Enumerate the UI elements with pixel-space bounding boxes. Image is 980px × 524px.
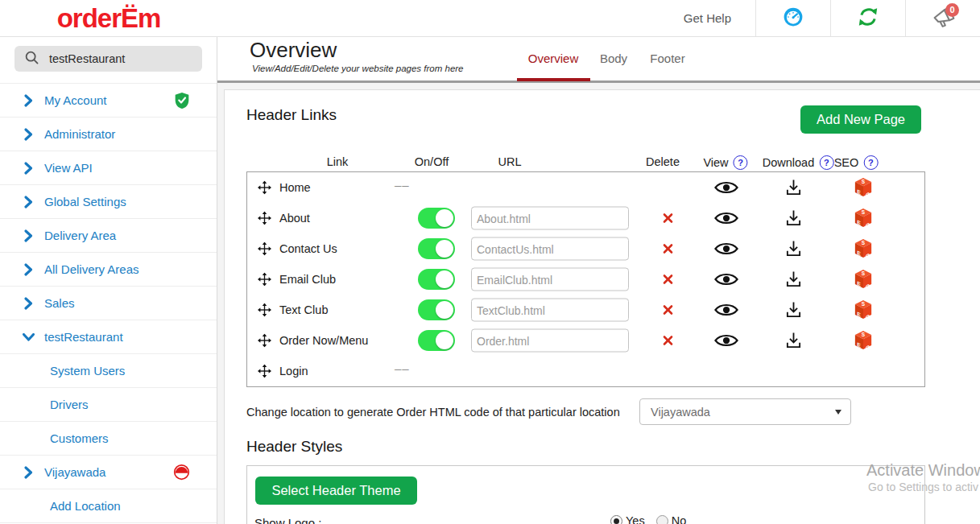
sidebar-item-label: Administrator [44,127,115,141]
seo-cube-icon[interactable]: SEO [854,269,873,290]
delete-icon[interactable] [663,213,673,224]
download-icon[interactable] [785,240,802,258]
svg-text:S: S [862,179,866,184]
help-icon[interactable]: ? [734,155,748,170]
get-help-link[interactable]: Get Help [676,0,755,36]
svg-text:O: O [866,282,870,290]
move-icon[interactable] [258,365,271,378]
column-header-on-off: On/Off [415,155,449,168]
delete-icon[interactable] [663,244,673,254]
sidebar-item-system-users[interactable]: System Users [0,353,217,387]
column-header-seo: SEO? [834,155,879,170]
tab-footer[interactable]: Footer [650,52,684,65]
download-icon[interactable] [785,209,802,228]
move-icon[interactable] [258,212,271,225]
svg-text:S: S [862,240,866,245]
header-links-title: Header Links [246,106,337,124]
onoff-toggle[interactable] [418,330,455,351]
svg-text:S: S [862,270,866,276]
column-header-label: Link [327,155,349,168]
location-dropdown[interactable]: Vijayawada [639,398,851,425]
sidebar-item-delivery-area[interactable]: Delivery Area [0,218,217,252]
sidebar-item-view-api[interactable]: View API [0,151,217,184]
help-icon[interactable]: ? [819,155,833,170]
seo-cube-icon[interactable]: SEO [854,177,873,198]
delete-icon[interactable] [663,336,673,346]
download-icon[interactable] [785,301,802,320]
move-icon[interactable] [258,181,271,195]
search-icon [24,50,39,68]
page-subtitle: View/Add/Edit/Delete your website pages … [252,64,464,73]
chevron-right-icon [24,94,34,107]
dashboard-button[interactable] [755,0,830,36]
url-input[interactable] [471,237,629,261]
sidebar-item-sales[interactable]: Sales [0,286,217,320]
onoff-toggle[interactable] [418,299,455,320]
view-eye-icon[interactable] [714,180,738,196]
move-icon[interactable] [258,242,271,256]
url-input[interactable] [471,329,629,353]
move-icon[interactable] [258,273,271,287]
table-column-headers: LinkOn/OffURLDeleteView?Download?SEO? [225,155,980,171]
refresh-button[interactable] [830,0,905,36]
sidebar-item-administrator[interactable]: Administrator [0,117,217,151]
tab-body[interactable]: Body [600,52,627,65]
view-eye-icon[interactable] [714,303,738,318]
delete-icon[interactable] [663,274,673,285]
top-bar: orderËm Get Help 0 [0,0,980,37]
view-eye-icon[interactable] [714,241,738,257]
delete-icon[interactable] [663,305,673,316]
sidebar-item-label: Vijayawada [44,465,105,479]
no-toggle-marker: __ [395,174,410,188]
sidebar-item-global-settings[interactable]: Global Settings [0,184,217,218]
column-header-download: Download? [763,155,834,170]
url-input[interactable] [471,299,629,322]
onoff-toggle[interactable] [418,269,455,290]
view-eye-icon[interactable] [714,333,738,349]
link-label: Home [279,181,311,194]
seo-cube-icon[interactable]: SEO [854,238,873,259]
restaurant-search-input[interactable]: testRestaurant [14,46,202,72]
radio-label: Yes [626,514,645,524]
sidebar-item-all-delivery-areas[interactable]: All Delivery Areas [0,252,217,286]
svg-text:E: E [857,340,861,349]
seo-cube-icon[interactable]: SEO [854,208,873,229]
seo-cube-icon[interactable]: SEO [854,330,873,351]
announcements-button[interactable]: 0 [905,0,980,36]
download-icon[interactable] [785,270,802,289]
url-input[interactable] [471,207,629,230]
url-input[interactable] [471,268,629,291]
column-header-label: URL [498,155,521,168]
onoff-toggle[interactable] [418,208,455,229]
sidebar-item-my-account[interactable]: My Account [0,83,217,117]
chevron-down-icon [24,331,34,344]
column-header-label: Delete [646,155,680,168]
sidebar-item-add-location[interactable]: Add Location [0,489,217,522]
move-icon[interactable] [258,334,271,348]
sidebar-item-vijayawada[interactable]: Vijayawada [0,455,217,489]
refresh-icon [857,6,879,31]
svg-text:O: O [866,343,870,351]
seo-cube-icon[interactable]: SEO [854,299,873,320]
view-eye-icon[interactable] [714,211,738,226]
show-logo-radio-yes[interactable]: Yes [610,514,645,524]
add-new-page-button[interactable]: Add New Page [800,105,921,134]
download-icon[interactable] [785,179,802,197]
link-label: Text Club [279,303,328,316]
sidebar-item-customers[interactable]: Customers [0,421,217,455]
select-header-theme-button[interactable]: Select Header Theme [255,477,417,505]
move-icon[interactable] [258,303,271,317]
column-header-delete: Delete [646,155,680,168]
svg-text:E: E [857,249,861,258]
brand-logo[interactable]: orderËm [0,0,217,36]
header-links-table: Home__SEOAboutSEOContact UsSEOEmail Club… [246,171,925,387]
view-eye-icon[interactable] [714,272,738,287]
tab-overview[interactable]: Overview [528,52,579,65]
show-logo-radio-no[interactable]: No [656,514,687,524]
sidebar-item-drivers[interactable]: Drivers [0,387,217,421]
sidebar-item-testrestaurant[interactable]: testRestaurant [0,320,217,353]
help-icon[interactable]: ? [863,155,878,170]
onoff-toggle[interactable] [418,238,455,259]
download-icon[interactable] [785,332,802,350]
topbar-actions: Get Help 0 [676,0,980,36]
